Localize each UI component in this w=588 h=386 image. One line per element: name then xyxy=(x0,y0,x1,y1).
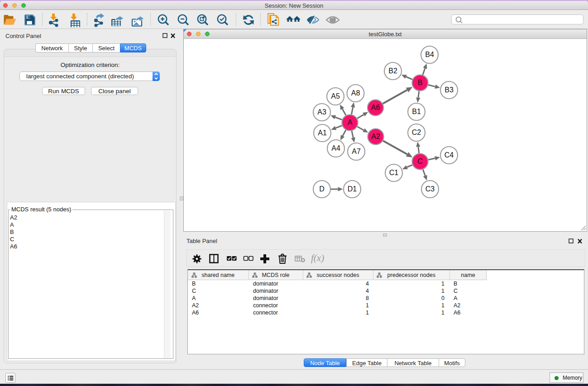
svg-text:A: A xyxy=(348,119,353,126)
svg-text:A6: A6 xyxy=(371,104,380,111)
svg-text:A3: A3 xyxy=(317,108,326,116)
svg-text:D: D xyxy=(319,185,325,193)
svg-text:D1: D1 xyxy=(348,185,357,193)
svg-text:B: B xyxy=(418,79,423,86)
svg-text:A8: A8 xyxy=(351,89,360,97)
svg-text:B4: B4 xyxy=(425,51,434,58)
svg-text:A7: A7 xyxy=(352,148,361,155)
svg-text:A5: A5 xyxy=(331,92,340,100)
svg-text:B3: B3 xyxy=(445,86,454,94)
svg-text:A2: A2 xyxy=(371,133,380,140)
svg-text:C4: C4 xyxy=(445,151,454,159)
svg-text:B2: B2 xyxy=(388,67,397,75)
svg-text:C1: C1 xyxy=(389,169,399,176)
svg-text:B1: B1 xyxy=(412,108,421,115)
svg-text:C2: C2 xyxy=(412,129,421,136)
svg-text:A1: A1 xyxy=(318,129,327,137)
svg-text:C3: C3 xyxy=(425,185,435,193)
svg-text:A4: A4 xyxy=(331,144,340,152)
svg-text:C: C xyxy=(417,157,423,165)
